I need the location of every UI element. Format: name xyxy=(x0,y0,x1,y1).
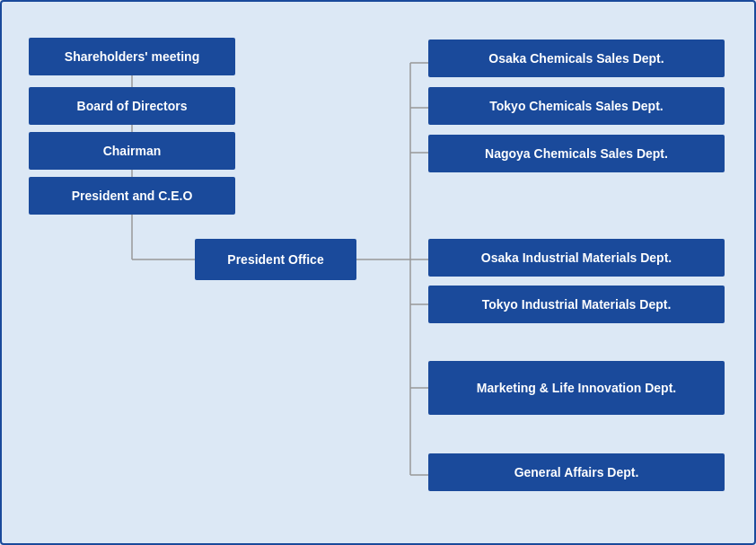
shareholders-box: Shareholders' meeting xyxy=(29,38,235,75)
general-affairs-box: General Affairs Dept. xyxy=(428,453,725,491)
tokyo-chem-box: Tokyo Chemicals Sales Dept. xyxy=(428,87,725,125)
osaka-chem-box: Osaka Chemicals Sales Dept. xyxy=(428,40,725,77)
chart-container: Shareholders' meeting Board of Directors… xyxy=(0,0,756,545)
marketing-box: Marketing & Life Innovation Dept. xyxy=(428,361,725,415)
nagoya-chem-box: Nagoya Chemicals Sales Dept. xyxy=(428,135,725,172)
osaka-ind-box: Osaka Industrial Materials Dept. xyxy=(428,239,725,277)
president-ceo-box: President and C.E.O xyxy=(29,177,235,215)
chairman-box: Chairman xyxy=(29,132,235,170)
board-box: Board of Directors xyxy=(29,87,235,125)
tokyo-ind-box: Tokyo Industrial Materials Dept. xyxy=(428,286,725,323)
president-office-box: President Office xyxy=(195,239,356,280)
